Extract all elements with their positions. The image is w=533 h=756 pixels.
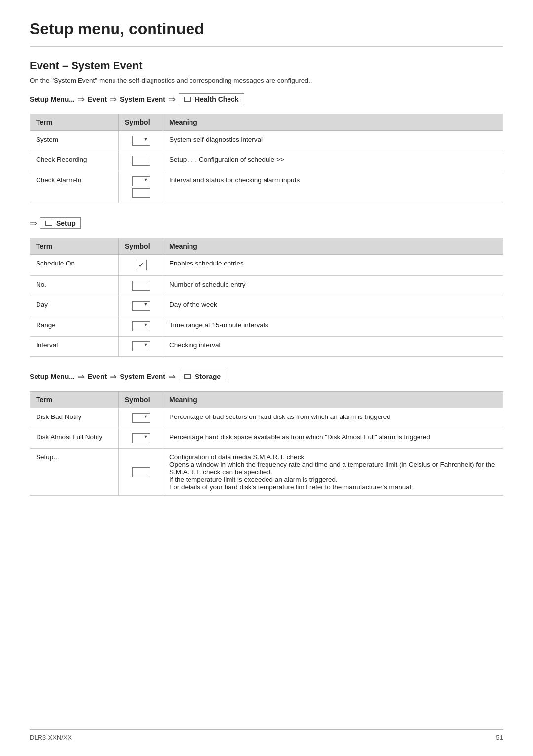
page-title: Setup menu, continued	[30, 20, 503, 47]
term-setup: Setup…	[30, 449, 119, 496]
dropdown-icon	[132, 176, 150, 186]
breadcrumb2-arrow-1: ⇒	[77, 371, 85, 382]
table-row: Interval Checking interval	[30, 337, 503, 357]
term-range: Range	[30, 316, 119, 337]
symbol-disk-bad-notify	[119, 408, 163, 428]
sub-breadcrumb-setup-box: Setup	[40, 217, 81, 229]
breadcrumb-storage-box: Storage	[179, 371, 226, 382]
breadcrumb2-system-event: System Event	[120, 373, 165, 380]
sub-arrow-icon: ⇒	[30, 218, 37, 228]
breadcrumb-arrow-2: ⇒	[110, 94, 117, 105]
meaning-day: Day of the week	[163, 296, 503, 316]
health-check-table: Term Symbol Meaning System System self-d…	[30, 114, 503, 203]
symbol-range	[119, 316, 163, 337]
table1-header-symbol: Symbol	[119, 114, 163, 131]
schedule-table: Term Symbol Meaning Schedule On ✓ Enable…	[30, 238, 503, 357]
meaning-setup: Configuration of data media S.M.A.R.T. c…	[163, 449, 503, 496]
sub-box-icon	[45, 221, 52, 226]
table2-header-symbol: Symbol	[119, 238, 163, 255]
term-check-alarm-in: Check Alarm-In	[30, 171, 119, 203]
storage-table: Term Symbol Meaning Disk Bad Notify Perc…	[30, 391, 503, 496]
breadcrumb2-box-icon	[184, 374, 191, 379]
breadcrumb-storage-label: Storage	[195, 373, 221, 380]
box-icon	[132, 467, 150, 477]
table1-header-term: Term	[30, 114, 119, 131]
box-icon	[132, 188, 150, 198]
meaning-range: Time range at 15-minute intervals	[163, 316, 503, 337]
term-check-recording: Check Recording	[30, 151, 119, 171]
symbol-disk-almost-full	[119, 428, 163, 449]
breadcrumb2-event: Event	[88, 373, 107, 380]
table-row: Disk Almost Full Notify Percentage hard …	[30, 428, 503, 449]
breadcrumb-health-check-box: Health Check	[179, 93, 244, 105]
table-row: Check Recording Setup… . Configuration o…	[30, 151, 503, 171]
meaning-schedule-on: Enables schedule entries	[163, 255, 503, 276]
breadcrumb-storage: Setup Menu... ⇒ Event ⇒ System Event ⇒ S…	[30, 371, 503, 382]
table-row: No. Number of schedule entry	[30, 276, 503, 296]
table2-header-meaning: Meaning	[163, 238, 503, 255]
meaning-check-alarm-in: Interval and status for checking alarm i…	[163, 171, 503, 203]
term-day: Day	[30, 296, 119, 316]
breadcrumb-setup-menu: Setup Menu...	[30, 95, 75, 103]
page-footer: DLR3-XXN/XX 51	[30, 729, 503, 741]
breadcrumb-system-event: System Event	[120, 95, 165, 103]
table-row: Check Alarm-In Interval and status for c…	[30, 171, 503, 203]
meaning-disk-almost-full: Percentage hard disk space available as …	[163, 428, 503, 449]
meaning-check-recording: Setup… . Configuration of schedule >>	[163, 151, 503, 171]
symbol-day	[119, 296, 163, 316]
sub-breadcrumb-setup-label: Setup	[56, 219, 76, 227]
meaning-no: Number of schedule entry	[163, 276, 503, 296]
table-row: System System self-diagnostics interval	[30, 131, 503, 151]
symbol-no	[119, 276, 163, 296]
breadcrumb-arrow-3: ⇒	[168, 94, 176, 105]
table3-header-symbol: Symbol	[119, 392, 163, 408]
term-disk-almost-full: Disk Almost Full Notify	[30, 428, 119, 449]
table-row: Disk Bad Notify Percentage of bad sector…	[30, 408, 503, 428]
dropdown-icon	[132, 301, 150, 311]
meaning-system: System self-diagnostics interval	[163, 131, 503, 151]
dropdown-icon	[132, 413, 150, 423]
breadcrumb2-setup-menu: Setup Menu...	[30, 373, 75, 380]
footer-model: DLR3-XXN/XX	[30, 734, 72, 741]
term-interval: Interval	[30, 337, 119, 357]
symbol-schedule-on: ✓	[119, 255, 163, 276]
breadcrumb-box-icon	[184, 97, 191, 102]
term-no: No.	[30, 276, 119, 296]
box-icon	[132, 281, 150, 291]
dropdown-icon	[132, 433, 150, 443]
checkmark-icon: ✓	[136, 260, 147, 270]
breadcrumb-arrow-1: ⇒	[77, 94, 85, 105]
sub-breadcrumb-setup: ⇒ Setup	[30, 217, 503, 229]
meaning-interval: Checking interval	[163, 337, 503, 357]
term-system: System	[30, 131, 119, 151]
box-icon	[132, 156, 150, 166]
term-schedule-on: Schedule On	[30, 255, 119, 276]
dropdown-icon	[132, 341, 150, 351]
symbol-check-alarm-in	[119, 171, 163, 203]
table3-header-term: Term	[30, 392, 119, 408]
symbol-check-recording	[119, 151, 163, 171]
term-disk-bad-notify: Disk Bad Notify	[30, 408, 119, 428]
stacked-symbols	[132, 176, 150, 198]
footer-page-number: 51	[496, 734, 503, 741]
table-row: Schedule On ✓ Enables schedule entries	[30, 255, 503, 276]
table-row: Day Day of the week	[30, 296, 503, 316]
table-row: Setup… Configuration of data media S.M.A…	[30, 449, 503, 496]
symbol-system	[119, 131, 163, 151]
table1-header-meaning: Meaning	[163, 114, 503, 131]
section-title: Event – System Event	[30, 59, 503, 72]
section-description: On the "System Event" menu the self-diag…	[30, 77, 503, 84]
breadcrumb-health-check: Setup Menu... ⇒ Event ⇒ System Event ⇒ H…	[30, 93, 503, 105]
symbol-setup	[119, 449, 163, 496]
breadcrumb2-arrow-2: ⇒	[110, 371, 117, 382]
breadcrumb-health-check-label: Health Check	[195, 95, 239, 103]
table-row: Range Time range at 15-minute intervals	[30, 316, 503, 337]
dropdown-icon	[132, 136, 150, 146]
symbol-interval	[119, 337, 163, 357]
breadcrumb-event: Event	[88, 95, 107, 103]
breadcrumb2-arrow-3: ⇒	[168, 371, 176, 382]
table2-header-term: Term	[30, 238, 119, 255]
meaning-disk-bad-notify: Percentage of bad sectors on hard disk a…	[163, 408, 503, 428]
table3-header-meaning: Meaning	[163, 392, 503, 408]
dropdown-icon	[132, 321, 150, 331]
